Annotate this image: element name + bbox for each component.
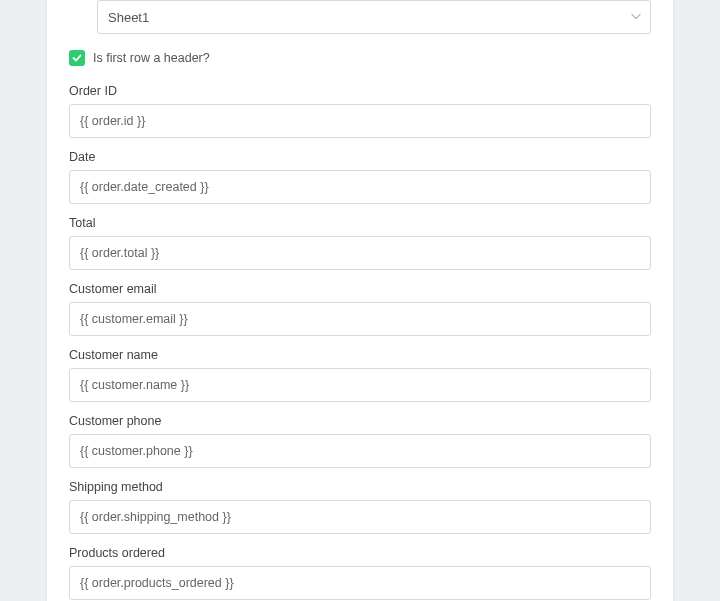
products-ordered-input[interactable] xyxy=(69,566,651,600)
form-card: Sheet1 Is first row a header? Order IDDa… xyxy=(46,0,674,601)
sheet-select[interactable]: Sheet1 xyxy=(97,0,651,34)
field-group-total: Total xyxy=(69,216,651,270)
header-row-checkbox[interactable] xyxy=(69,50,85,66)
field-label-products-ordered: Products ordered xyxy=(69,546,651,560)
check-icon xyxy=(72,53,82,63)
field-group-customer-name: Customer name xyxy=(69,348,651,402)
total-input[interactable] xyxy=(69,236,651,270)
field-label-customer-email: Customer email xyxy=(69,282,651,296)
field-group-customer-phone: Customer phone xyxy=(69,414,651,468)
field-group-order-id: Order ID xyxy=(69,84,651,138)
field-label-customer-phone: Customer phone xyxy=(69,414,651,428)
field-group-date: Date xyxy=(69,150,651,204)
order-id-input[interactable] xyxy=(69,104,651,138)
customer-email-input[interactable] xyxy=(69,302,651,336)
customer-name-input[interactable] xyxy=(69,368,651,402)
field-label-shipping-method: Shipping method xyxy=(69,480,651,494)
field-label-customer-name: Customer name xyxy=(69,348,651,362)
date-input[interactable] xyxy=(69,170,651,204)
header-row-checkbox-label: Is first row a header? xyxy=(93,51,210,65)
sheet-select-value: Sheet1 xyxy=(108,10,149,25)
header-row-checkbox-row: Is first row a header? xyxy=(69,50,651,66)
field-label-date: Date xyxy=(69,150,651,164)
field-group-products-ordered: Products ordered xyxy=(69,546,651,600)
shipping-method-input[interactable] xyxy=(69,500,651,534)
sheet-select-wrap: Sheet1 xyxy=(97,0,651,34)
field-label-order-id: Order ID xyxy=(69,84,651,98)
field-label-total: Total xyxy=(69,216,651,230)
customer-phone-input[interactable] xyxy=(69,434,651,468)
field-group-shipping-method: Shipping method xyxy=(69,480,651,534)
field-group-customer-email: Customer email xyxy=(69,282,651,336)
